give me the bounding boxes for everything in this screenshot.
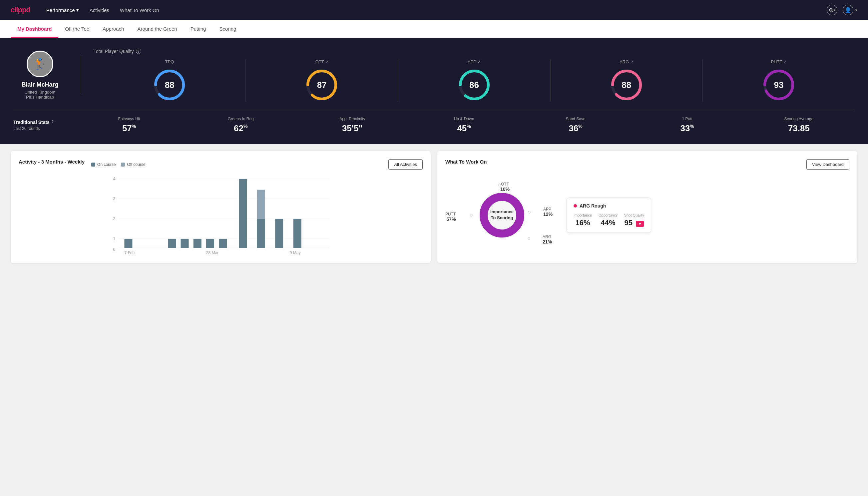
tpq-label: Total Player Quality ? bbox=[94, 49, 855, 54]
nav-right: ⊕ ▾ 👤 ▾ bbox=[827, 5, 857, 15]
app-label: APP ↗ bbox=[468, 59, 480, 64]
activity-chart-svg: 4 3 2 1 0 bbox=[19, 175, 423, 255]
nav-what-to-work-on[interactable]: What To Work On bbox=[120, 6, 159, 14]
nav-performance[interactable]: Performance ▾ bbox=[46, 6, 79, 14]
navbar: clippd Performance ▾ Activities What To … bbox=[0, 0, 868, 20]
wtwo-title: What To Work On bbox=[445, 159, 487, 165]
activity-header-left: Activity - 3 Months - Weekly On course O… bbox=[19, 159, 145, 170]
svg-text:Importance: Importance bbox=[490, 209, 514, 214]
user-avatar-icon: 👤 bbox=[843, 5, 853, 15]
tpq-circle: 88 bbox=[153, 68, 186, 102]
add-button[interactable]: ⊕ ▾ bbox=[827, 5, 837, 15]
arrow-icon: ↗ bbox=[326, 60, 328, 64]
putt-label: PUTT 57% bbox=[445, 212, 456, 222]
ott-circle: 87 bbox=[305, 68, 338, 102]
chevron-down-icon: ▾ bbox=[76, 7, 79, 13]
ott-value: 87 bbox=[317, 80, 327, 90]
svg-rect-20 bbox=[168, 239, 176, 248]
player-handicap: Plus Handicap bbox=[26, 95, 54, 99]
hero-top: 🏌️ Blair McHarg United Kingdom Plus Hand… bbox=[13, 49, 855, 102]
svg-text:9 May: 9 May bbox=[290, 250, 301, 255]
what-to-work-on-card: What To Work On View Dashboard OTT 10% A… bbox=[437, 151, 857, 263]
player-name: Blair McHarg bbox=[21, 81, 58, 88]
tab-off-the-tee[interactable]: Off the Tee bbox=[58, 20, 96, 38]
trad-stats-label-col: Traditional Stats ? Last 20 rounds bbox=[13, 120, 73, 131]
arrow-icon: ↗ bbox=[784, 60, 786, 64]
svg-text:3: 3 bbox=[113, 197, 115, 201]
arg-opportunity-metric: Opportunity 44% bbox=[599, 213, 617, 227]
wtwo-content: OTT 10% APP 12% ARG 21% PUTT bbox=[445, 175, 849, 255]
donut-dot-arg bbox=[527, 237, 530, 240]
trad-stats-items: Fairways Hit 57% Greens In Reg 62% App. … bbox=[73, 117, 855, 134]
arg-value: 88 bbox=[621, 80, 631, 90]
app-label: APP 12% bbox=[543, 207, 553, 217]
cards-row: Activity - 3 Months - Weekly On course O… bbox=[0, 144, 868, 270]
on-course-dot bbox=[91, 162, 95, 167]
donut-dot-putt bbox=[470, 214, 473, 217]
svg-rect-21 bbox=[181, 239, 189, 248]
app-value: 86 bbox=[469, 80, 479, 90]
user-chevron-icon: ▾ bbox=[855, 8, 857, 12]
traditional-stats: Traditional Stats ? Last 20 rounds Fairw… bbox=[13, 110, 855, 134]
svg-rect-24 bbox=[219, 239, 227, 248]
tab-putting[interactable]: Putting bbox=[184, 20, 213, 38]
user-menu[interactable]: 👤 ▾ bbox=[843, 5, 857, 15]
tab-approach[interactable]: Approach bbox=[96, 20, 130, 38]
activity-card-header: Activity - 3 Months - Weekly On course O… bbox=[19, 159, 423, 170]
arg-importance-metric: Importance 16% bbox=[573, 213, 592, 227]
tab-scoring[interactable]: Scoring bbox=[212, 20, 243, 38]
trad-stats-info-icon[interactable]: ? bbox=[52, 120, 56, 125]
arrow-icon: ↗ bbox=[630, 60, 633, 64]
svg-text:4: 4 bbox=[113, 176, 115, 181]
trad-stat-fairways-hit: Fairways Hit 57% bbox=[73, 117, 185, 134]
app-logo[interactable]: clippd bbox=[11, 6, 30, 14]
avatar-icon: 🏌️ bbox=[33, 58, 47, 70]
putt-value: 93 bbox=[774, 80, 784, 90]
view-dashboard-button[interactable]: View Dashboard bbox=[806, 159, 849, 170]
arg-metrics: Importance 16% Opportunity 44% Shot Qual… bbox=[573, 213, 644, 227]
trad-stat-greens-in-reg: Greens In Reg 62% bbox=[185, 117, 297, 134]
donut-container: OTT 10% APP 12% ARG 21% PUTT bbox=[445, 175, 558, 255]
legend-off-course: Off course bbox=[121, 162, 145, 167]
svg-text:7 Feb: 7 Feb bbox=[124, 250, 135, 255]
bar bbox=[124, 239, 132, 248]
wtwo-card-header: What To Work On View Dashboard bbox=[445, 159, 849, 170]
score-col-tpq: TPQ 88 bbox=[94, 59, 246, 102]
tab-around-the-green[interactable]: Around the Green bbox=[130, 20, 184, 38]
trad-stats-label: Traditional Stats ? bbox=[13, 120, 73, 125]
nav-activities[interactable]: Activities bbox=[90, 6, 109, 14]
tab-my-dashboard[interactable]: My Dashboard bbox=[11, 20, 58, 38]
activity-title: Activity - 3 Months - Weekly bbox=[19, 159, 84, 165]
trad-stat-sand-save: Sand Save 36% bbox=[520, 117, 632, 134]
tpq-info-icon[interactable]: ? bbox=[136, 49, 141, 54]
score-col-app: APP ↗ 86 bbox=[398, 59, 550, 102]
app-circle: 86 bbox=[458, 68, 491, 102]
activity-card: Activity - 3 Months - Weekly On course O… bbox=[11, 151, 431, 263]
trad-stat-scoring-average: Scoring Average 73.85 bbox=[743, 117, 855, 134]
shot-quality-badge: ▼ bbox=[636, 221, 644, 227]
player-country: United Kingdom bbox=[25, 90, 56, 95]
activity-chart-area: 4 3 2 1 0 bbox=[19, 175, 423, 255]
donut-svg: Importance To Scoring bbox=[469, 182, 535, 248]
player-info: 🏌️ Blair McHarg United Kingdom Plus Hand… bbox=[13, 51, 67, 99]
svg-rect-29 bbox=[294, 219, 301, 248]
arrow-icon: ↗ bbox=[478, 60, 480, 64]
arg-label: ARG ↗ bbox=[619, 59, 633, 64]
avatar: 🏌️ bbox=[27, 51, 53, 77]
donut-with-labels: OTT 10% APP 12% ARG 21% PUTT bbox=[445, 175, 558, 255]
score-col-ott: OTT ↗ 87 bbox=[246, 59, 398, 102]
trad-stat-app.-proximity: App. Proximity 35'5" bbox=[297, 117, 408, 134]
all-activities-button[interactable]: All Activities bbox=[388, 159, 423, 170]
svg-text:1: 1 bbox=[113, 236, 115, 241]
score-col-arg: ARG ↗ 88 bbox=[551, 59, 703, 102]
donut-dot-app bbox=[528, 211, 531, 214]
svg-rect-27 bbox=[257, 190, 265, 219]
tpq-value: 88 bbox=[165, 80, 175, 90]
arg-info-card: ARG Rough Importance 16% Opportunity 44%… bbox=[567, 198, 651, 233]
add-chevron-icon: ▾ bbox=[834, 8, 836, 12]
hero-section: 🏌️ Blair McHarg United Kingdom Plus Hand… bbox=[0, 38, 868, 144]
off-course-dot bbox=[121, 162, 125, 167]
arg-card-title: ARG Rough bbox=[573, 203, 644, 208]
donut-dot-ott bbox=[498, 184, 501, 186]
trad-stat-1-putt: 1 Putt 33% bbox=[632, 117, 743, 134]
